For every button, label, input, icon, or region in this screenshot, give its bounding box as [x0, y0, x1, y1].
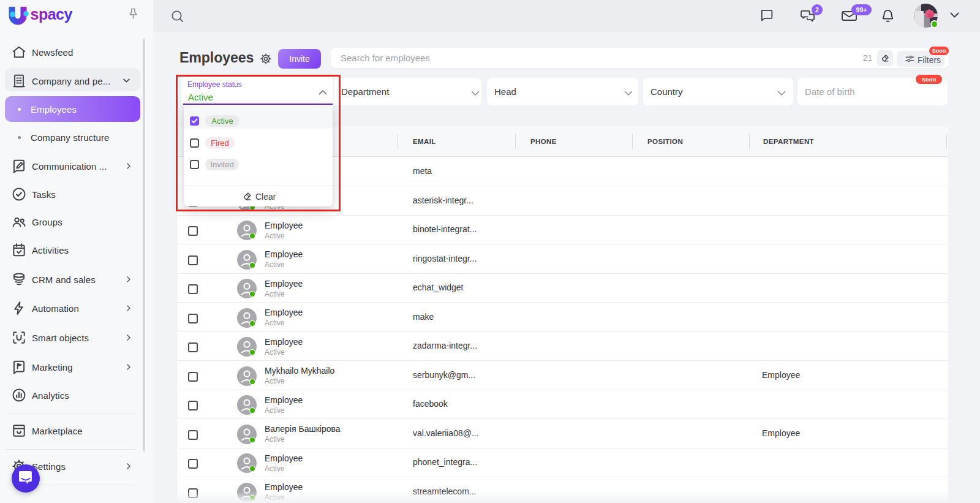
svg-text:spacy: spacy [31, 6, 73, 23]
